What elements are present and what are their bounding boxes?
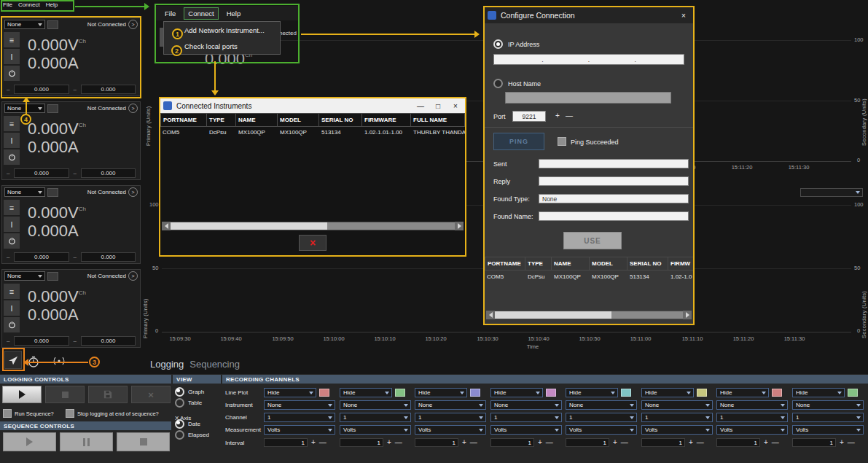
plus-icon[interactable]: +: [764, 439, 768, 446]
found-name-field[interactable]: [539, 211, 689, 221]
menu-icon[interactable]: ≡: [4, 284, 20, 299]
menu-icon[interactable]: ≡: [4, 32, 20, 47]
horizontal-scrollbar[interactable]: [162, 222, 464, 230]
minimize-icon[interactable]: —: [414, 102, 427, 110]
channel-select[interactable]: 1: [792, 413, 864, 422]
interval-field[interactable]: 1: [566, 438, 609, 447]
plus-icon[interactable]: +: [462, 439, 466, 446]
scroll-right-icon[interactable]: [683, 311, 692, 319]
use-button[interactable]: USE: [563, 232, 622, 249]
interval-field[interactable]: 1: [264, 438, 308, 447]
channel-select[interactable]: 1: [490, 413, 562, 422]
column-header[interactable]: PORTNAME: [485, 257, 525, 271]
instrument-select[interactable]: None: [264, 400, 335, 410]
instrument-select[interactable]: None: [792, 400, 864, 410]
expand-chevron-icon[interactable]: >: [128, 104, 138, 113]
add-instrument-button[interactable]: [4, 351, 22, 369]
plus-icon[interactable]: +: [689, 439, 693, 446]
instrument-row[interactable]: COM5 DcPsu MX100QP MX100QP 513134 1.02-1…: [485, 271, 693, 282]
line-plot-select[interactable]: Hide: [340, 388, 392, 397]
maximize-icon[interactable]: □: [431, 102, 445, 110]
menu-file[interactable]: File: [161, 8, 179, 19]
plot-source-select[interactable]: [800, 188, 863, 197]
line-plot-select[interactable]: Hide: [641, 388, 694, 397]
instrument-select[interactable]: None: [641, 400, 713, 410]
scrollbar-thumb[interactable]: [495, 311, 611, 319]
plot-color-swatch[interactable]: [546, 389, 556, 397]
save-log-button[interactable]: [88, 386, 128, 403]
plus-icon[interactable]: +: [538, 439, 542, 446]
run-sequence-checkbox[interactable]: [3, 409, 12, 418]
minus-icon[interactable]: —: [546, 439, 553, 446]
channel-aux-button[interactable]: [47, 104, 58, 113]
channel-source-select[interactable]: None: [4, 271, 45, 281]
minus-icon[interactable]: —: [848, 439, 855, 446]
timer-button[interactable]: [28, 356, 39, 370]
menu-help[interactable]: Help: [223, 8, 245, 19]
plot-color-swatch[interactable]: [470, 389, 480, 397]
channel-select[interactable]: 1: [716, 413, 788, 422]
plot-color-swatch[interactable]: [621, 389, 631, 397]
instrument-select[interactable]: None: [566, 400, 637, 410]
power-icon[interactable]: [4, 66, 20, 81]
plot-color-swatch[interactable]: [772, 389, 782, 397]
measurement-select[interactable]: Volts: [566, 425, 637, 435]
ping-button[interactable]: PING: [493, 133, 544, 150]
close-icon[interactable]: ×: [449, 102, 462, 110]
interval-field[interactable]: 1: [641, 438, 685, 447]
column-header[interactable]: FIRMWARE: [362, 113, 411, 127]
minus-icon[interactable]: —: [470, 439, 477, 446]
menu-connect[interactable]: Connect: [18, 1, 40, 8]
measurement-select[interactable]: Volts: [792, 425, 864, 435]
power-icon[interactable]: [4, 149, 20, 165]
scrollbar-track[interactable]: [171, 222, 455, 230]
table-radio[interactable]: [175, 398, 184, 408]
instrument-select[interactable]: None: [716, 400, 788, 410]
plus-icon[interactable]: +: [840, 439, 844, 446]
scrollbar-thumb[interactable]: [171, 222, 327, 230]
instrument-select[interactable]: None: [490, 400, 562, 410]
minus-icon[interactable]: —: [621, 439, 628, 446]
line-plot-select[interactable]: Hide: [716, 388, 769, 397]
interval-field[interactable]: 1: [792, 438, 836, 447]
channel-select[interactable]: 1: [340, 413, 411, 422]
plus-icon[interactable]: +: [311, 439, 316, 446]
stop-logging-button[interactable]: [45, 386, 85, 403]
interval-field[interactable]: 1: [716, 438, 760, 447]
menu-connect[interactable]: Connect: [184, 7, 218, 20]
channel-source-select[interactable]: None: [4, 187, 45, 197]
channel-source-select[interactable]: None: [4, 20, 45, 29]
menu-file[interactable]: File: [3, 1, 12, 8]
remove-instrument-button[interactable]: ×: [299, 235, 327, 251]
current-mode-icon[interactable]: I: [4, 49, 20, 64]
channel-select[interactable]: 1: [641, 413, 713, 422]
start-logging-button[interactable]: [2, 386, 42, 403]
current-set-field[interactable]: 0.000: [81, 336, 136, 346]
host-name-field[interactable]: [505, 92, 671, 104]
expand-chevron-icon[interactable]: >: [128, 271, 138, 281]
voltage-set-field[interactable]: 0.000: [14, 168, 69, 178]
line-plot-select[interactable]: Hide: [566, 388, 618, 397]
close-icon[interactable]: ×: [677, 12, 690, 20]
port-field[interactable]: 9221: [512, 111, 546, 122]
channel-aux-button[interactable]: [47, 272, 58, 281]
channel-source-select[interactable]: None: [4, 104, 45, 113]
line-plot-select[interactable]: Hide: [264, 388, 316, 397]
column-header[interactable]: MODEL: [278, 113, 319, 127]
port-minus-icon[interactable]: —: [566, 112, 573, 120]
interval-field[interactable]: 1: [490, 438, 534, 447]
column-header[interactable]: TYPE: [207, 113, 236, 127]
tab-logging[interactable]: Logging: [150, 359, 184, 370]
current-set-field[interactable]: 0.000: [81, 252, 136, 262]
channel-select[interactable]: 1: [566, 413, 637, 422]
power-icon[interactable]: [4, 233, 20, 249]
instrument-select[interactable]: None: [340, 400, 411, 410]
port-plus-icon[interactable]: +: [555, 112, 560, 120]
sequence-stop-button[interactable]: [117, 432, 170, 451]
minus-icon[interactable]: —: [697, 439, 704, 446]
current-set-field[interactable]: 0.000: [81, 168, 136, 178]
tab-sequencing[interactable]: Sequencing: [189, 359, 240, 370]
current-set-field[interactable]: 0.000: [81, 85, 136, 94]
scrollbar-track[interactable]: [495, 311, 683, 319]
expand-chevron-icon[interactable]: >: [128, 20, 138, 29]
